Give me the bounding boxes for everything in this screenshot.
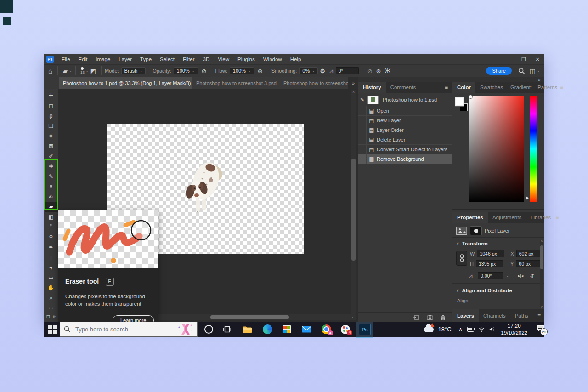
tab-adjustments[interactable]: Adjustments (488, 212, 526, 223)
chevron-down-icon[interactable]: ⌄ (537, 69, 540, 73)
blur-tool[interactable]: ❜ (45, 222, 58, 232)
eraser-tool[interactable]: ▰ (45, 202, 58, 212)
tab-libraries[interactable]: Libraries (526, 212, 555, 223)
quick-mask-icon[interactable]: ❐ (46, 315, 50, 319)
share-button[interactable]: Share (486, 67, 511, 75)
history-source-well[interactable] (358, 106, 367, 115)
battery-icon[interactable] (467, 327, 474, 332)
smoothing-gear-icon[interactable]: ⚙ (320, 68, 325, 74)
align-section-header[interactable]: ∨ Align and Distribute (456, 288, 512, 293)
symmetry-butterfly-icon[interactable]: Ӝ (385, 67, 391, 74)
panel-menu-icon[interactable]: ≡ (537, 312, 541, 319)
tab-properties[interactable]: Properties (452, 212, 488, 223)
search-icon[interactable] (518, 68, 525, 74)
pen-tool[interactable]: ✒ (45, 242, 58, 252)
opacity-dropdown[interactable]: 100%⌄ (174, 67, 198, 74)
screen-mode-icon[interactable]: ⇵ (52, 315, 56, 319)
history-state-layer-order[interactable]: ▤ Layer Order (358, 125, 452, 135)
menu-3d[interactable]: 3D (199, 55, 214, 63)
vertical-scrollbar[interactable]: ∧ (351, 90, 356, 316)
history-source-well[interactable] (358, 145, 367, 154)
document-tab-1[interactable]: Photoshop how to 1.psd @ 33.3% (Dog 1, L… (59, 77, 192, 89)
airbrush-icon[interactable]: ⊛ (258, 68, 263, 74)
pixel-layer-icon[interactable] (456, 227, 467, 235)
chevron-down-icon[interactable]: ⌄ (86, 69, 89, 73)
properties-scrollbar[interactable]: ∧ ∨ (540, 240, 543, 308)
dodge-tool[interactable]: ⚲ (45, 232, 58, 242)
height-field[interactable]: 1395 px (476, 260, 503, 267)
eyedropper-tool[interactable]: ✐ (45, 151, 58, 161)
document-tab-3[interactable]: Photoshop how to screenshot (279, 77, 348, 89)
temperature-label[interactable]: 18°C (438, 326, 452, 333)
color-field[interactable] (469, 96, 524, 202)
scroll-up-icon[interactable]: ∧ (351, 90, 356, 94)
chrome-button[interactable]: A (317, 322, 335, 337)
workspace-icon[interactable]: ◫ (530, 68, 535, 74)
brush-angle-field[interactable]: 0° (336, 67, 359, 74)
menu-file[interactable]: File (57, 55, 74, 63)
mode-dropdown[interactable]: Brush⌄ (121, 67, 146, 74)
close-button[interactable]: ✕ (531, 57, 544, 62)
menu-view[interactable]: View (214, 55, 233, 63)
type-tool[interactable]: T (45, 252, 58, 262)
menu-type[interactable]: Type (136, 55, 156, 63)
tab-comments[interactable]: Comments (386, 82, 421, 93)
menu-filter[interactable]: Filter (179, 55, 199, 63)
speaker-icon[interactable] (489, 326, 495, 332)
flow-dropdown[interactable]: 100%⌄ (230, 67, 254, 74)
restore-button[interactable]: ❐ (517, 57, 531, 62)
tab-patterns[interactable]: Patterns (535, 82, 560, 93)
home-icon[interactable]: ⌂ (48, 67, 52, 75)
delete-trash-icon[interactable] (441, 315, 446, 320)
weather-icon[interactable] (424, 327, 434, 332)
action-center-button[interactable]: 21 (537, 325, 544, 334)
crop-tool[interactable]: ⌗ (45, 131, 58, 141)
clock[interactable]: 17:20 19/10/2022 (501, 323, 527, 336)
y-field[interactable]: 60 px (516, 260, 542, 267)
panel-menu-icon[interactable]: ≡ (555, 214, 559, 221)
frame-tool[interactable]: ⊠ (45, 141, 58, 151)
hue-slider[interactable] (530, 96, 537, 202)
transform-section-header[interactable]: ∨ Transform (456, 241, 488, 246)
history-brush-tool[interactable]: ✍ (45, 192, 58, 202)
tab-history[interactable]: History (358, 82, 386, 93)
tab-color[interactable]: Color (452, 82, 475, 93)
hand-tool[interactable]: ✋ (45, 283, 58, 293)
spot-healing-brush-tool[interactable]: ✚ (45, 161, 58, 171)
wifi-icon[interactable] (479, 327, 485, 332)
zoom-tool[interactable]: ⌕ (45, 293, 58, 303)
scroll-right-icon[interactable]: › (350, 315, 356, 320)
panel-menu-icon[interactable]: ≡ (445, 84, 448, 91)
microsoft-store-button[interactable] (278, 322, 295, 337)
mask-icon[interactable] (470, 226, 482, 235)
edge-button[interactable] (259, 322, 276, 337)
history-source-well[interactable] (358, 135, 367, 144)
chevron-down-icon[interactable]: ⌄ (69, 69, 72, 73)
document-tab-2[interactable]: Photoshop how to screenshot 3.psd × (192, 77, 279, 89)
menu-window[interactable]: Window (259, 55, 286, 63)
brush-tool[interactable]: ✎ (45, 171, 58, 182)
panel-menu-icon[interactable]: ≡ (560, 84, 563, 91)
smoothing-dropdown[interactable]: 0%⌄ (299, 67, 318, 74)
move-tool[interactable]: ✛ (45, 91, 58, 101)
properties-scrollbar-thumb[interactable] (540, 245, 543, 269)
search-input[interactable] (74, 325, 164, 333)
history-state-delete-layer[interactable]: ▤ Delete Layer (358, 135, 452, 145)
task-view-button[interactable] (218, 322, 236, 337)
learn-more-button[interactable]: Learn more (113, 315, 154, 322)
tab-channels[interactable]: Channels (479, 309, 510, 322)
photoshop-taskbar-button[interactable]: Ps (356, 322, 373, 338)
color-field-selector[interactable] (469, 95, 473, 99)
flip-horizontal-icon[interactable]: ▸|◂ (518, 273, 523, 278)
minimize-button[interactable]: – (503, 57, 517, 62)
file-explorer-button[interactable] (238, 322, 256, 337)
history-snapshot-row[interactable]: ✎ Photoshop how to 1.psd (358, 94, 452, 106)
brush-preview[interactable]: 13 (80, 67, 85, 74)
width-field[interactable]: 1046 px (477, 250, 504, 257)
pressure-opacity-icon[interactable]: ⊘ (202, 68, 207, 74)
photoshop-logo[interactable]: Ps (46, 56, 54, 63)
history-source-well[interactable] (358, 116, 367, 125)
tab-swatches[interactable]: Swatches (475, 82, 508, 93)
edit-toolbar-button[interactable]: ··· (45, 303, 58, 313)
rotation-field[interactable]: 0.00° (478, 272, 503, 279)
